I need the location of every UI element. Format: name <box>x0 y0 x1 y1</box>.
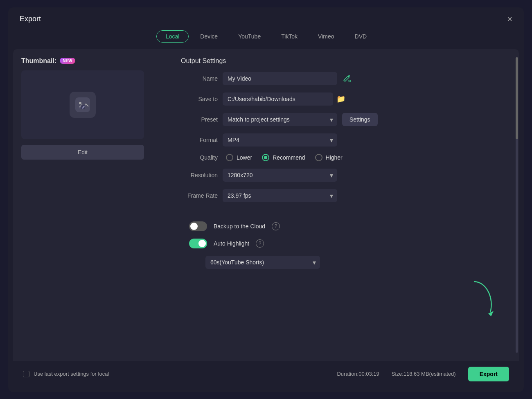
new-badge: NEW <box>60 58 75 64</box>
duration-info: Duration:00:03:19 <box>337 371 379 377</box>
edit-button[interactable]: Edit <box>21 145 144 160</box>
use-last-row: Use last export settings for local <box>23 371 109 377</box>
format-select-wrap: MP4 <box>223 133 337 147</box>
scrollbar-thumb <box>516 57 518 139</box>
framerate-select[interactable]: 23.97 fps <box>223 189 337 202</box>
arrow-annotation <box>466 277 498 320</box>
resolution-select-wrap: 1280x720 <box>223 169 337 182</box>
quality-lower[interactable]: Lower <box>226 154 252 161</box>
left-panel: Thumbnail: NEW <box>21 57 169 353</box>
thumbnail-icon <box>70 92 96 118</box>
quality-higher-label: Higher <box>326 154 343 161</box>
ai-icon[interactable]: AI <box>342 73 351 84</box>
duration-row: 60s(YouTube Shorts) <box>181 256 511 269</box>
tab-local[interactable]: Local <box>156 30 189 43</box>
size-value: 118.63 MB(estimated) <box>404 371 456 377</box>
right-panel: Output Settings Name AI Save to 📁 <box>181 57 511 353</box>
format-select[interactable]: MP4 <box>223 133 337 147</box>
footer-info: Duration:00:03:19 Size:118.63 MB(estimat… <box>337 367 509 381</box>
folder-icon[interactable]: 📁 <box>336 95 345 104</box>
quality-radio-group: Lower Recommend Higher <box>226 154 343 161</box>
quality-row: Quality Lower Recommend Higher <box>181 154 511 161</box>
format-label: Format <box>181 137 218 143</box>
autohighlight-toggle[interactable] <box>189 239 207 248</box>
autohighlight-help-icon[interactable]: ? <box>256 239 264 248</box>
svg-rect-0 <box>75 97 90 112</box>
svg-point-1 <box>79 102 81 104</box>
duration-label: Duration: <box>337 371 358 377</box>
save-to-input-group: 📁 <box>223 92 511 106</box>
tab-tiktok[interactable]: TikTok <box>272 30 307 43</box>
dialog-header: Export × <box>8 7 524 28</box>
preset-select[interactable]: Match to project settings <box>223 113 337 126</box>
autohighlight-label: Auto Highlight <box>214 240 249 247</box>
preset-select-wrap: Match to project settings <box>223 113 337 126</box>
quality-lower-label: Lower <box>237 154 252 161</box>
name-label: Name <box>181 75 218 82</box>
format-row: Format MP4 <box>181 133 511 147</box>
thumbnail-preview <box>21 70 144 139</box>
quality-higher-radio[interactable] <box>315 154 322 161</box>
thumbnail-label: Thumbnail: NEW <box>21 57 169 65</box>
scrollbar[interactable] <box>516 57 518 353</box>
svg-text:AI: AI <box>348 79 351 82</box>
resolution-select[interactable]: 1280x720 <box>223 169 337 182</box>
backup-label: Backup to the Cloud <box>214 223 265 230</box>
size-info: Size:118.63 MB(estimated) <box>392 371 456 377</box>
backup-slider <box>189 221 207 231</box>
name-row: Name AI <box>181 72 511 85</box>
export-button[interactable]: Export <box>468 367 509 381</box>
settings-button[interactable]: Settings <box>342 113 378 126</box>
body-content: Thumbnail: NEW <box>13 49 519 361</box>
tab-youtube[interactable]: YouTube <box>229 30 270 43</box>
thumbnail-text: Thumbnail: <box>21 57 56 65</box>
close-button[interactable]: × <box>507 15 512 24</box>
use-last-checkbox[interactable] <box>23 371 29 377</box>
output-settings-title: Output Settings <box>181 57 511 65</box>
tab-device[interactable]: Device <box>191 30 227 43</box>
divider <box>181 213 511 213</box>
framerate-row: Frame Rate 23.97 fps <box>181 189 511 202</box>
quality-recommend-radio[interactable] <box>262 154 269 161</box>
size-label: Size: <box>392 371 404 377</box>
preset-row: Preset Match to project settings Setting… <box>181 113 511 126</box>
dialog-footer: Use last export settings for local Durat… <box>13 361 519 387</box>
tabs-bar: Local Device YouTube TikTok Vimeo DVD <box>8 28 524 49</box>
save-to-row: Save to 📁 <box>181 92 511 106</box>
save-to-input[interactable] <box>223 92 333 106</box>
quality-lower-radio[interactable] <box>226 154 233 161</box>
dialog-title: Export <box>20 15 41 23</box>
autohighlight-slider <box>189 239 207 248</box>
export-dialog: Export × Local Device YouTube TikTok Vim… <box>8 7 524 392</box>
resolution-label: Resolution <box>181 172 218 178</box>
framerate-select-wrap: 23.97 fps <box>223 189 337 202</box>
autohighlight-row: Auto Highlight ? <box>181 239 511 248</box>
duration-value: 00:03:19 <box>358 371 379 377</box>
quality-higher[interactable]: Higher <box>315 154 343 161</box>
quality-recommend-label: Recommend <box>273 154 305 161</box>
backup-toggle[interactable] <box>189 221 207 231</box>
preset-label: Preset <box>181 116 218 123</box>
duration-select[interactable]: 60s(YouTube Shorts) <box>205 256 320 269</box>
duration-select-wrap: 60s(YouTube Shorts) <box>205 256 320 269</box>
tab-dvd[interactable]: DVD <box>346 30 376 43</box>
svg-marker-4 <box>488 311 494 316</box>
name-input[interactable] <box>223 72 337 85</box>
tab-vimeo[interactable]: Vimeo <box>309 30 343 43</box>
quality-recommend[interactable]: Recommend <box>262 154 305 161</box>
backup-help-icon[interactable]: ? <box>272 222 280 230</box>
save-to-label: Save to <box>181 96 218 102</box>
resolution-row: Resolution 1280x720 <box>181 169 511 182</box>
quality-label: Quality <box>181 154 218 161</box>
framerate-label: Frame Rate <box>181 192 218 199</box>
use-last-label: Use last export settings for local <box>34 371 109 377</box>
backup-row: Backup to the Cloud ? <box>181 221 511 231</box>
dialog-body: Thumbnail: NEW <box>13 49 519 387</box>
